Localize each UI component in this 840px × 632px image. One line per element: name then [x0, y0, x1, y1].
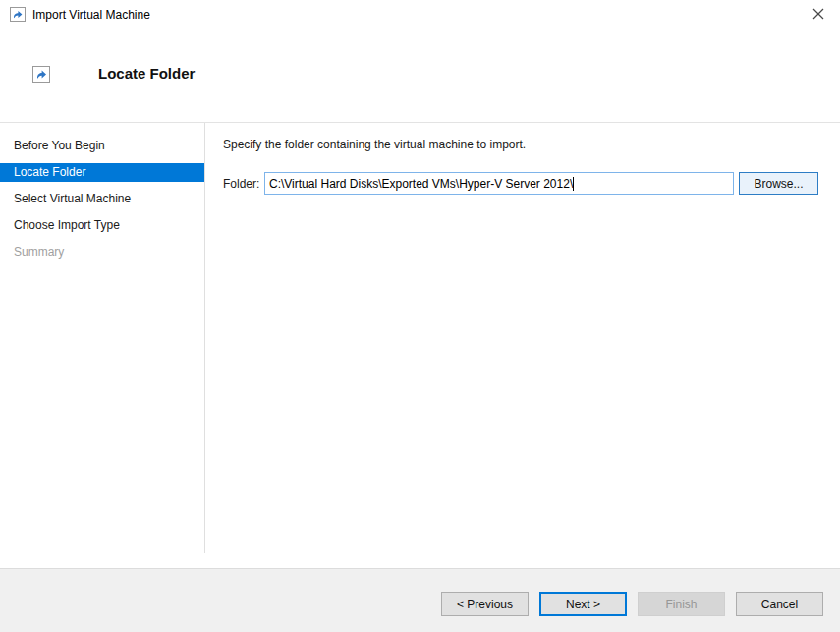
- import-arrow-icon: [10, 7, 26, 22]
- folder-path-value: C:\Virtual Hard Disks\Exported VMs\Hyper…: [269, 177, 573, 191]
- cancel-button[interactable]: Cancel: [736, 592, 823, 616]
- page-title: Locate Folder: [98, 65, 195, 82]
- step-before-you-begin[interactable]: Before You Begin: [0, 137, 204, 163]
- step-label: Choose Import Type: [0, 216, 204, 235]
- text-caret: [573, 177, 574, 191]
- sidebar-separator: [204, 123, 205, 553]
- step-select-virtual-machine[interactable]: Select Virtual Machine: [0, 190, 204, 216]
- wizard-steps: Before You Begin Locate Folder Select Vi…: [0, 123, 204, 269]
- folder-path-input[interactable]: C:\Virtual Hard Disks\Exported VMs\Hyper…: [264, 172, 734, 195]
- step-summary: Summary: [0, 243, 204, 269]
- title-bar: Import Virtual Machine: [0, 0, 840, 29]
- footer-bar: < Previous Next > Finish Cancel: [0, 568, 840, 632]
- next-button[interactable]: Next >: [539, 592, 627, 616]
- step-label: Summary: [0, 243, 204, 261]
- browse-button[interactable]: Browse...: [739, 172, 818, 195]
- finish-button: Finish: [638, 592, 725, 616]
- previous-button[interactable]: < Previous: [441, 592, 529, 616]
- instruction-text: Specify the folder containing the virtua…: [223, 138, 526, 151]
- folder-field-label: Folder:: [223, 177, 259, 191]
- step-locate-folder[interactable]: Locate Folder: [0, 163, 204, 190]
- close-icon: [812, 8, 824, 23]
- step-label: Select Virtual Machine: [0, 190, 204, 208]
- step-label: Before You Begin: [0, 137, 204, 155]
- window-title: Import Virtual Machine: [32, 0, 150, 29]
- step-choose-import-type[interactable]: Choose Import Type: [0, 216, 204, 243]
- step-label: Locate Folder: [0, 163, 204, 182]
- import-arrow-icon: [32, 66, 50, 83]
- close-button[interactable]: [797, 0, 840, 29]
